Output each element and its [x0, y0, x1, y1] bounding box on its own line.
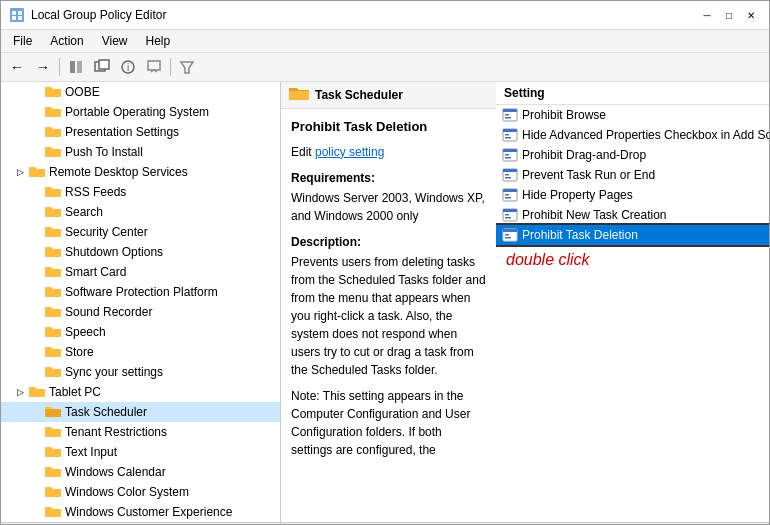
- tree-item-windows-calendar[interactable]: Windows Calendar: [1, 462, 280, 482]
- toolbar-separator-1: [59, 58, 60, 76]
- setting-item-prohibit-drag[interactable]: Prohibit Drag-and-Drop: [496, 145, 769, 165]
- minimize-button[interactable]: ─: [697, 7, 717, 23]
- title-bar-left: Local Group Policy Editor: [9, 7, 166, 23]
- tree-toggle-win-cust: [29, 505, 43, 519]
- tree-label-security: Security Center: [65, 225, 148, 239]
- tree-toggle-store: [29, 345, 43, 359]
- setting-item-prohibit-deletion[interactable]: Prohibit Task Deletion: [496, 225, 769, 245]
- svg-rect-47: [505, 154, 509, 156]
- tree-label-smart-card: Smart Card: [65, 265, 126, 279]
- setting-item-hide-advanced[interactable]: Hide Advanced Properties Checkbox in Add…: [496, 125, 769, 145]
- tree-label-presentation: Presentation Settings: [65, 125, 179, 139]
- tree-item-presentation-settings[interactable]: Presentation Settings: [1, 122, 280, 142]
- properties-button[interactable]: i: [116, 56, 140, 78]
- left-panel-tree[interactable]: OOBE Portable Operating System Presentat…: [1, 82, 281, 522]
- tree-item-remote-desktop[interactable]: ▷ Remote Desktop Services: [1, 162, 280, 182]
- svg-rect-5: [70, 61, 75, 73]
- tree-item-push-to-install[interactable]: Push To Install: [1, 142, 280, 162]
- tree-toggle-search: [29, 205, 43, 219]
- svg-rect-58: [503, 209, 517, 212]
- svg-rect-22: [45, 269, 61, 277]
- svg-rect-15: [45, 129, 61, 137]
- tree-label-speech: Speech: [65, 325, 106, 339]
- folder-icon-search: [45, 205, 61, 219]
- tree-toggle-win-cal: [29, 465, 43, 479]
- tree-label-sound: Sound Recorder: [65, 305, 152, 319]
- setting-icon-prohibit-new-task: [502, 208, 518, 222]
- filter-button[interactable]: [175, 56, 199, 78]
- tree-label-win-cal: Windows Calendar: [65, 465, 166, 479]
- tree-toggle-shutdown: [29, 245, 43, 259]
- setting-item-hide-property[interactable]: Hide Property Pages: [496, 185, 769, 205]
- tree-item-task-scheduler[interactable]: Task Scheduler: [1, 402, 280, 422]
- setting-label-prohibit-browse: Prohibit Browse: [522, 108, 606, 122]
- tree-item-speech[interactable]: Speech: [1, 322, 280, 342]
- setting-label-hide-property: Hide Property Pages: [522, 188, 633, 202]
- setting-item-prevent-task[interactable]: Prevent Task Run or End: [496, 165, 769, 185]
- svg-rect-42: [503, 129, 517, 132]
- tree-item-store[interactable]: Store: [1, 342, 280, 362]
- refresh-button[interactable]: [142, 56, 166, 78]
- svg-rect-28: [29, 389, 45, 397]
- maximize-button[interactable]: □: [719, 7, 739, 23]
- tree-item-tablet-pc[interactable]: ▷ Tablet PC: [1, 382, 280, 402]
- middle-panel: Task Scheduler Prohibit Task Deletion Ed…: [281, 82, 496, 522]
- new-window-button[interactable]: [90, 56, 114, 78]
- tree-item-smart-card[interactable]: Smart Card: [1, 262, 280, 282]
- tree-item-security-center[interactable]: Security Center: [1, 222, 280, 242]
- forward-button[interactable]: →: [31, 56, 55, 78]
- folder-icon-store: [45, 345, 61, 359]
- svg-rect-54: [503, 189, 517, 192]
- svg-rect-50: [503, 169, 517, 172]
- menu-item-file[interactable]: File: [5, 32, 40, 50]
- menu-item-view[interactable]: View: [94, 32, 136, 50]
- policy-setting-link[interactable]: policy setting: [315, 145, 384, 159]
- show-hide-button[interactable]: [64, 56, 88, 78]
- tree-item-portable-os[interactable]: Portable Operating System: [1, 102, 280, 122]
- tree-item-sync[interactable]: Sync your settings: [1, 362, 280, 382]
- folder-icon-sound: [45, 305, 61, 319]
- tree-toggle-tablet[interactable]: ▷: [13, 385, 27, 399]
- requirements-text: Windows Server 2003, Windows XP, and Win…: [291, 189, 486, 225]
- app-icon: [9, 7, 25, 23]
- menu-item-help[interactable]: Help: [138, 32, 179, 50]
- setting-icon-prohibit-deletion: [502, 228, 518, 242]
- setting-label-prohibit-deletion: Prohibit Task Deletion: [522, 228, 638, 242]
- tree-label-push: Push To Install: [65, 145, 143, 159]
- setting-icon-hide-property: [502, 188, 518, 202]
- tree-item-software-protection[interactable]: Software Protection Platform: [1, 282, 280, 302]
- menu-item-action[interactable]: Action: [42, 32, 91, 50]
- back-button[interactable]: ←: [5, 56, 29, 78]
- svg-rect-24: [45, 309, 61, 317]
- window-title: Local Group Policy Editor: [31, 8, 166, 22]
- setting-item-prohibit-browse[interactable]: Prohibit Browse: [496, 105, 769, 125]
- tree-label-tenant: Tenant Restrictions: [65, 425, 167, 439]
- tree-item-windows-color[interactable]: Windows Color System: [1, 482, 280, 502]
- main-layout: OOBE Portable Operating System Presentat…: [1, 82, 769, 522]
- tree-toggle-remote[interactable]: ▷: [13, 165, 27, 179]
- tree-toggle-security: [29, 225, 43, 239]
- tree-item-rss-feeds[interactable]: RSS Feeds: [1, 182, 280, 202]
- tree-item-shutdown[interactable]: Shutdown Options: [1, 242, 280, 262]
- tree-item-text-input[interactable]: Text Input: [1, 442, 280, 462]
- tree-label-search: Search: [65, 205, 103, 219]
- setting-label-prohibit-new-task: Prohibit New Task Creation: [522, 208, 667, 222]
- tree-label-win-cust: Windows Customer Experience: [65, 505, 232, 519]
- folder-icon-push: [45, 145, 61, 159]
- tree-label-remote: Remote Desktop Services: [49, 165, 188, 179]
- menu-bar: FileActionViewHelp: [1, 30, 769, 53]
- setting-item-prohibit-new-task[interactable]: Prohibit New Task Creation: [496, 205, 769, 225]
- svg-rect-20: [45, 229, 61, 237]
- tree-item-sound-recorder[interactable]: Sound Recorder: [1, 302, 280, 322]
- tree-item-search[interactable]: Search: [1, 202, 280, 222]
- tree-item-tenant[interactable]: Tenant Restrictions: [1, 422, 280, 442]
- svg-rect-19: [45, 209, 61, 217]
- svg-rect-39: [505, 114, 509, 116]
- tree-item-windows-customer[interactable]: Windows Customer Experience: [1, 502, 280, 522]
- tree-toggle-win-color: [29, 485, 43, 499]
- svg-rect-30: [45, 429, 61, 437]
- tree-item-oobe[interactable]: OOBE: [1, 82, 280, 102]
- tree-label-sync: Sync your settings: [65, 365, 163, 379]
- close-button[interactable]: ✕: [741, 7, 761, 23]
- right-panel: Setting Prohibit Browse Hide Advanced Pr…: [496, 82, 769, 522]
